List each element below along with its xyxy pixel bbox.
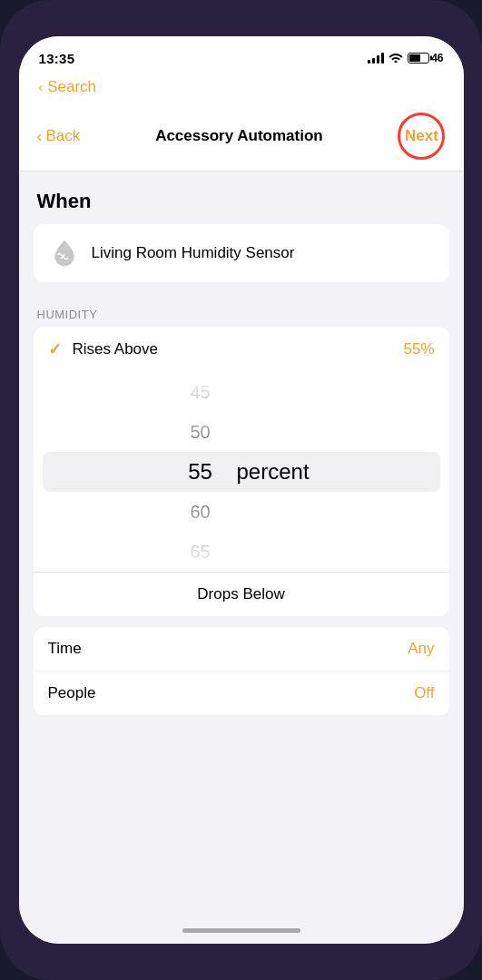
drops-below-label: Drops Below	[197, 585, 284, 603]
content-area: When Living Room Humidity Sensor	[19, 172, 464, 944]
home-indicator	[182, 928, 300, 933]
nav-title: Accessory Automation	[155, 127, 323, 145]
rises-above-value: 55%	[403, 340, 434, 358]
sensor-name: Living Room Humidity Sensor	[92, 244, 295, 262]
back-label: Back	[46, 127, 81, 145]
unit-item-near4	[237, 532, 242, 572]
next-button[interactable]: Next	[398, 113, 445, 160]
people-value: Off	[414, 684, 434, 702]
time-row[interactable]: Time Any	[34, 627, 449, 671]
wifi-icon	[389, 52, 403, 65]
picker-item-65[interactable]: 65	[164, 532, 237, 572]
sensor-card[interactable]: Living Room Humidity Sensor	[34, 224, 449, 282]
time-value: Any	[408, 640, 434, 658]
search-bar[interactable]: ‹ Search	[19, 76, 464, 103]
when-title: When	[19, 172, 464, 224]
check-icon: ✓	[48, 339, 62, 359]
unit-item-near3	[237, 492, 242, 532]
picker-item-60[interactable]: 60	[164, 492, 237, 532]
value-picker[interactable]: 40 45 50 55 60 65 70 percent	[34, 372, 449, 572]
picker-item-55-selected[interactable]: 55	[164, 452, 237, 492]
time-label: Time	[48, 640, 82, 658]
time-people-card: Time Any People Off	[34, 627, 449, 716]
rises-above-row[interactable]: ✓ Rises Above 55%	[34, 327, 449, 372]
people-label: People	[48, 684, 96, 702]
phone-screen: 13:35	[19, 36, 464, 944]
humidity-section-label: HUMIDITY	[19, 293, 464, 327]
sensor-row: Living Room Humidity Sensor	[34, 224, 449, 282]
unit-item-near1	[237, 372, 242, 412]
drops-below-row[interactable]: Drops Below	[34, 572, 449, 616]
unit-item-near2	[237, 412, 242, 452]
picker-item-50[interactable]: 50	[164, 412, 237, 452]
status-time: 13:35	[39, 51, 75, 66]
signal-icon	[368, 53, 384, 64]
number-picker-column[interactable]: 40 45 50 55 60 65 70	[164, 372, 237, 572]
status-bar: 13:35	[19, 36, 464, 76]
rises-above-label: Rises Above	[73, 340, 159, 358]
battery-icon: 46	[408, 52, 443, 64]
back-chevron-icon: ‹	[37, 127, 43, 146]
back-arrow-icon: ‹	[39, 80, 44, 94]
back-button[interactable]: ‹ Back	[37, 127, 81, 146]
humidity-sensor-icon	[48, 237, 81, 270]
phone-frame: 13:35	[0, 0, 482, 980]
nav-bar: ‹ Back Accessory Automation Next	[19, 103, 464, 172]
condition-card: ✓ Rises Above 55% 40 45 50 55 60	[34, 327, 449, 616]
unit-item-percent: percent	[237, 452, 310, 492]
battery-level: 46	[431, 52, 443, 64]
search-label[interactable]: Search	[47, 78, 96, 96]
next-label: Next	[405, 127, 438, 145]
status-icons: 46	[368, 52, 443, 65]
unit-picker-column[interactable]: percent	[237, 372, 319, 572]
people-row[interactable]: People Off	[34, 671, 449, 716]
picker-item-45[interactable]: 45	[164, 372, 237, 412]
